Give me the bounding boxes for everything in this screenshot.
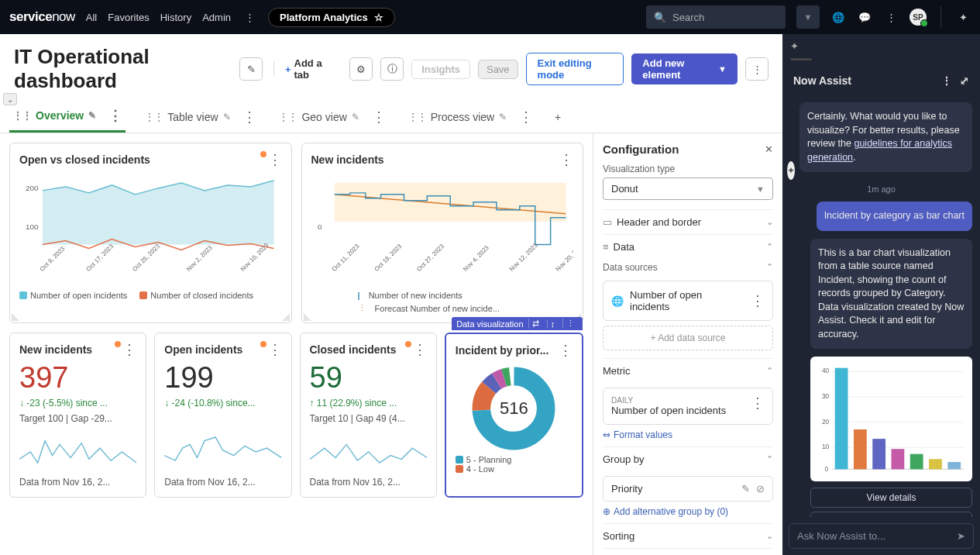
tab-label: Table view xyxy=(167,111,218,123)
pencil-icon[interactable]: ✎ xyxy=(88,110,96,121)
card-open-vs-closed[interactable]: Open vs closed incidents ⋮ 200 100 Oct 9… xyxy=(9,143,292,323)
tab-process-view[interactable]: ⋮⋮ Process view ✎ ⋮ xyxy=(404,102,536,132)
nav-favorites[interactable]: Favorites xyxy=(108,12,149,23)
user-avatar[interactable]: SP xyxy=(910,9,927,26)
viz-type-select[interactable]: Donut ▼ xyxy=(603,178,773,200)
tab-more-icon[interactable]: ⋮ xyxy=(242,110,256,124)
legend-label: Number of closed incidents xyxy=(150,291,253,300)
tab-label: Geo view xyxy=(301,111,346,123)
format-values-link[interactable]: ⇔Format values xyxy=(603,429,773,440)
card-more-icon[interactable]: ⋮ xyxy=(413,343,427,357)
more-icon[interactable]: ⋮ xyxy=(883,12,899,23)
sparkline xyxy=(19,429,136,471)
alert-dot-icon xyxy=(260,341,266,347)
card-incident-by-priority[interactable]: Data visualization ⇄ ↕ ⋮ Incident by pri… xyxy=(445,333,583,498)
nav-admin[interactable]: Admin xyxy=(202,12,231,23)
chat-icon[interactable]: 💬 xyxy=(857,12,872,23)
data-source-card[interactable]: 🌐 Number of open incidents ⋮ xyxy=(603,281,773,321)
assist-spark-icon[interactable]: ✦ xyxy=(955,12,971,23)
card-more-icon[interactable]: ⋮ xyxy=(268,343,282,357)
save-button[interactable]: Save xyxy=(478,60,518,79)
insights-button[interactable]: Insights xyxy=(411,60,470,79)
card-score-closed[interactable]: Closed incidents⋮ 59 ↑ 11 (22.9%) since … xyxy=(300,333,437,498)
section-sorting[interactable]: Sorting ⌄ xyxy=(603,523,773,548)
tab-more-icon[interactable]: ⋮ xyxy=(108,109,122,122)
dashboard-header: IT Operational dashboard ✎ +Add a tab ⚙ … xyxy=(0,34,782,101)
score-footer: Data from Nov 16, 2... xyxy=(310,477,427,488)
global-search[interactable]: 🔍 Search xyxy=(646,5,786,29)
metric-more-icon[interactable]: ⋮ xyxy=(751,396,765,410)
add-alt-groupby-link[interactable]: ⊕Add alternative group by (0) xyxy=(603,506,773,517)
star-icon[interactable]: ☆ xyxy=(374,12,383,23)
viz-swap-icon[interactable]: ⇄ xyxy=(528,319,542,329)
tab-table-view[interactable]: ⋮⋮ Table view ✎ ⋮ xyxy=(141,102,260,132)
section-metric[interactable]: Metric ⌃ xyxy=(603,358,773,383)
viz-more-icon[interactable]: ⋮ xyxy=(562,319,578,329)
add-tab-plus[interactable]: + xyxy=(552,103,564,131)
nav-history[interactable]: History xyxy=(160,12,191,23)
metric-card[interactable]: DAILY Number of open incidents ⋮ xyxy=(603,388,773,425)
metric-period: DAILY xyxy=(611,396,744,405)
logo[interactable]: servicenow xyxy=(9,9,75,25)
nav-more-icon[interactable]: ⋮ xyxy=(242,12,257,23)
pencil-icon[interactable]: ✎ xyxy=(499,112,507,122)
drag-handle-icon[interactable]: ⋮⋮ xyxy=(407,111,426,123)
section-daterange[interactable]: Date range ⌄ xyxy=(603,548,773,555)
assist-more-icon[interactable]: ⋮ xyxy=(941,74,952,87)
tab-geo-view[interactable]: ⋮⋮ Geo view ✎ ⋮ xyxy=(275,102,388,132)
section-data[interactable]: ≡Data ⌃ xyxy=(603,234,773,259)
view-details-button[interactable]: View details xyxy=(810,488,972,508)
assist-spark-icon[interactable]: ✦ xyxy=(790,40,799,52)
section-label: Metric xyxy=(603,365,630,377)
exit-editing-button[interactable]: Exit editing mode xyxy=(526,53,624,85)
tab-more-icon[interactable]: ⋮ xyxy=(372,110,386,124)
edit-title-button[interactable]: ✎ xyxy=(239,57,263,81)
section-groupby[interactable]: Group by ⌃ xyxy=(603,446,773,471)
card-more-icon[interactable]: ⋮ xyxy=(559,343,573,357)
pencil-icon[interactable]: ✎ xyxy=(223,112,231,122)
groupby-field[interactable]: Priority ✎ ⊘ xyxy=(603,476,773,502)
add-to-dashboard-button[interactable]: Add to dashboard xyxy=(810,512,972,517)
card-more-icon[interactable]: ⋮ xyxy=(122,343,136,357)
chevron-up-icon[interactable]: ⌃ xyxy=(766,262,773,273)
assist-input[interactable]: Ask Now Assist to... ➤ xyxy=(789,523,974,549)
add-data-source-button[interactable]: + Add data source xyxy=(603,326,773,350)
section-header-border[interactable]: ▭Header and border ⌄ xyxy=(603,209,773,234)
svg-text:Oct 11, 2023: Oct 11, 2023 xyxy=(330,243,360,273)
chevron-up-icon: ⌃ xyxy=(766,366,773,376)
card-score-open[interactable]: Open incidents⋮ 199 ↓ -24 (-10.8%) since… xyxy=(154,333,291,498)
info-button[interactable]: ⓘ xyxy=(380,57,404,81)
score-delta: ↑ 11 (22.9%) since ... xyxy=(310,398,427,408)
drag-handle-icon[interactable]: ⋮⋮ xyxy=(12,109,31,122)
add-tab-label: Add a tab xyxy=(294,57,335,81)
pencil-icon[interactable]: ✎ xyxy=(352,112,359,122)
remove-icon[interactable]: ⊘ xyxy=(756,483,765,495)
sparkline xyxy=(164,429,281,471)
message-time: 1m ago xyxy=(790,184,972,194)
tab-more-icon[interactable]: ⋮ xyxy=(519,110,533,124)
header-more-button[interactable]: ⋮ xyxy=(745,57,769,81)
assist-expand-icon[interactable]: ⤢ xyxy=(960,74,969,87)
tab-overview[interactable]: ⋮⋮ Overview ✎ ⋮ xyxy=(9,101,126,133)
send-icon[interactable]: ➤ xyxy=(957,530,965,542)
card-more-icon[interactable]: ⋮ xyxy=(268,153,282,167)
close-icon[interactable]: ✕ xyxy=(765,143,773,155)
search-dropdown[interactable]: ▼ xyxy=(796,5,820,29)
ds-more-icon[interactable]: ⋮ xyxy=(751,294,765,308)
add-new-element-button[interactable]: Add new element▼ xyxy=(631,53,738,84)
platform-analytics-pill[interactable]: Platform Analytics ☆ xyxy=(268,8,395,27)
drag-handle-icon[interactable]: ⋮⋮ xyxy=(144,111,163,123)
card-more-icon[interactable]: ⋮ xyxy=(559,153,573,167)
pencil-icon[interactable]: ✎ xyxy=(741,483,750,495)
settings-button[interactable]: ⚙ xyxy=(349,57,373,81)
dashboard-title: IT Operational dashboard xyxy=(14,45,232,93)
card-score-new[interactable]: New incidents⋮ 397 ↓ -23 (-5.5%) since .… xyxy=(9,333,146,498)
assist-input-placeholder: Ask Now Assist to... xyxy=(797,530,957,542)
globe-icon[interactable]: 🌐 xyxy=(830,12,846,23)
viz-reorder-icon[interactable]: ↕ xyxy=(547,319,559,329)
add-tab-button[interactable]: +Add a tab xyxy=(285,57,334,81)
nav-all[interactable]: All xyxy=(86,12,97,23)
dashboard-collapse-toggle[interactable]: ⌄ xyxy=(3,93,17,105)
card-new-incidents-trend[interactable]: New incidents ⋮ 0 Oct 11, 2023 Oct 19, 2… xyxy=(301,143,584,323)
drag-handle-icon[interactable]: ⋮⋮ xyxy=(278,111,297,123)
